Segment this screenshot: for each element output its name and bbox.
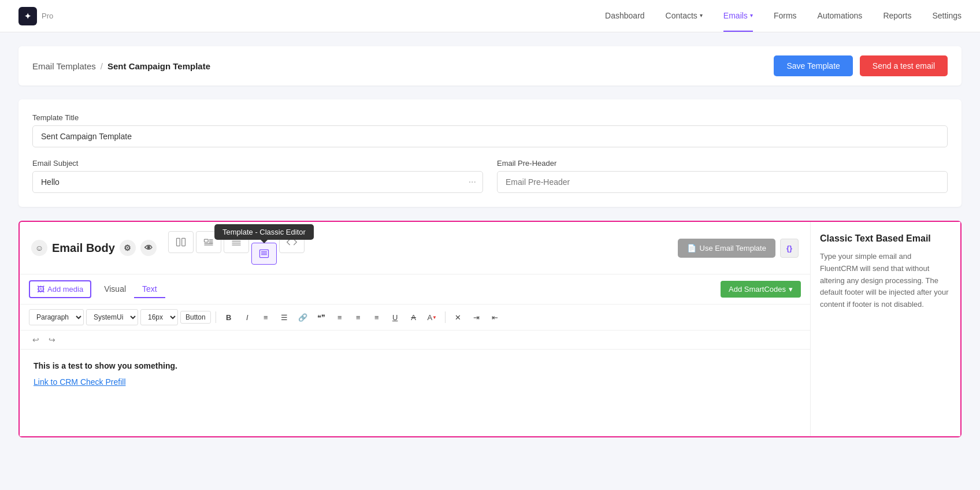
template-title-label: Template Title	[32, 113, 948, 122]
email-subject-group: Email Subject ···	[32, 159, 483, 193]
tab-visual[interactable]: Visual	[96, 281, 134, 298]
underline-button[interactable]: U	[387, 309, 403, 325]
nav-emails[interactable]: Emails ▾	[723, 1, 753, 32]
tooltip-classic-editor: Template - Classic Editor	[214, 224, 314, 240]
indent-button[interactable]: ⇥	[469, 309, 485, 325]
breadcrumb-parent[interactable]: Email Templates	[32, 61, 96, 71]
font-select[interactable]: SystemUi	[86, 309, 138, 325]
nav-reports[interactable]: Reports	[883, 1, 911, 32]
sidebar-title: Classic Text Based Email	[820, 233, 951, 244]
svg-rect-1	[182, 238, 185, 246]
editor-type-buttons: Template - Classic Editor	[168, 231, 305, 265]
preview-icon[interactable]: 👁	[140, 240, 157, 256]
link-button[interactable]: 🔗	[295, 309, 311, 325]
svg-rect-3	[204, 239, 208, 242]
unordered-list-button[interactable]: ☰	[276, 309, 292, 325]
bold-button[interactable]: B	[221, 309, 237, 325]
send-test-email-button[interactable]: Send a test email	[860, 55, 948, 76]
editor-type-text-columns-btn[interactable]	[168, 231, 194, 253]
button-format-btn[interactable]: Button	[180, 311, 211, 324]
page-container: Email Templates / Sent Campaign Template…	[0, 32, 980, 451]
italic-button[interactable]: I	[239, 309, 255, 325]
ordered-list-button[interactable]: ≡	[258, 309, 274, 325]
contacts-chevron-icon: ▾	[700, 12, 703, 18]
undo-button[interactable]: ↩	[29, 334, 43, 346]
clear-format-button[interactable]: ✕	[450, 309, 466, 325]
template-form: Template Title Email Subject ··· Email P…	[18, 99, 962, 207]
emails-chevron-icon: ▾	[750, 12, 753, 18]
editor-main: ☺ Email Body ⚙ 👁	[20, 222, 810, 436]
breadcrumb-current: Sent Campaign Template	[107, 61, 210, 71]
editor-body-text: This is a test to show you something.	[34, 361, 796, 370]
top-navigation: ✦ Pro Dashboard Contacts ▾ Emails ▾ Form…	[0, 0, 980, 32]
email-subject-wrapper: ···	[32, 171, 483, 193]
svg-rect-13	[259, 250, 268, 257]
nav-links: Dashboard Contacts ▾ Emails ▾ Forms Auto…	[605, 1, 962, 32]
align-right-button[interactable]: ≡	[369, 309, 385, 325]
template-icon: 📄	[687, 244, 696, 253]
editor-container: ☺ Email Body ⚙ 👁	[18, 221, 962, 437]
blockquote-button[interactable]: ❝❞	[313, 309, 329, 325]
editor-header-right: 📄 Use Email Template {}	[678, 239, 799, 258]
svg-rect-0	[176, 238, 180, 246]
strikethrough-button[interactable]: A	[406, 309, 422, 325]
undo-redo-bar: ↩ ↪	[20, 331, 810, 350]
email-preheader-group: Email Pre-Header	[497, 159, 948, 193]
logo-label: Pro	[42, 12, 53, 20]
email-body-header: ☺ Email Body ⚙ 👁	[20, 222, 810, 274]
add-media-button[interactable]: 🖼 Add media	[29, 280, 91, 298]
breadcrumb-separator: /	[101, 61, 103, 71]
sidebar-description: Type your simple email and FluentCRM wil…	[820, 251, 951, 311]
align-left-button[interactable]: ≡	[332, 309, 348, 325]
smartcodes-chevron-icon: ▾	[789, 285, 793, 294]
template-title-input[interactable]	[32, 125, 948, 147]
save-template-button[interactable]: Save Template	[774, 55, 852, 76]
outdent-button[interactable]: ⇤	[487, 309, 503, 325]
paragraph-select[interactable]: Paragraph	[29, 309, 84, 325]
align-center-button[interactable]: ≡	[350, 309, 366, 325]
text-color-button[interactable]: A▼	[424, 309, 440, 325]
page-header: Email Templates / Sent Campaign Template…	[18, 46, 962, 86]
editor-body-link[interactable]: Link to CRM Check Prefill	[34, 377, 126, 387]
emoji-icon[interactable]: ☺	[31, 240, 47, 256]
editor-tabs-row: 🖼 Add media Visual Text Add SmartCodes ▾	[20, 274, 810, 305]
editor-sidebar: Classic Text Based Email Type your simpl…	[810, 222, 960, 436]
nav-contacts[interactable]: Contacts ▾	[666, 1, 703, 32]
redo-button[interactable]: ↪	[45, 334, 59, 346]
add-smartcodes-button[interactable]: Add SmartCodes ▾	[721, 281, 801, 298]
form-row-subject-preheader: Email Subject ··· Email Pre-Header	[32, 159, 948, 193]
email-body-title: ☺ Email Body ⚙ 👁	[31, 240, 157, 256]
nav-automations[interactable]: Automations	[818, 1, 863, 32]
breadcrumb: Email Templates / Sent Campaign Template	[32, 61, 210, 71]
nav-forms[interactable]: Forms	[774, 1, 797, 32]
add-media-icon: 🖼	[37, 285, 44, 294]
font-size-select[interactable]: 16px	[140, 309, 178, 325]
editor-type-classic-btn[interactable]	[251, 243, 277, 265]
use-email-template-button[interactable]: 📄 Use Email Template	[678, 239, 775, 258]
settings-icon[interactable]: ⚙	[120, 240, 136, 256]
format-divider-1	[216, 311, 216, 323]
format-toolbar: Paragraph SystemUi 16px Button B I ≡ ☰ 🔗…	[20, 305, 810, 331]
classic-editor-tooltip-container: Template - Classic Editor	[251, 231, 277, 265]
app-logo: ✦ Pro	[18, 7, 53, 25]
email-subject-input[interactable]	[32, 171, 483, 193]
nav-dashboard[interactable]: Dashboard	[605, 1, 645, 32]
email-preheader-label: Email Pre-Header	[497, 159, 948, 168]
template-title-group: Template Title	[32, 113, 948, 147]
editor-body[interactable]: This is a test to show you something. Li…	[20, 350, 810, 436]
subject-options-icon[interactable]: ···	[469, 177, 476, 187]
tab-text[interactable]: Text	[134, 281, 165, 298]
smart-codes-braces-button[interactable]: {}	[780, 239, 799, 258]
header-actions: Save Template Send a test email	[774, 55, 948, 76]
format-divider-2	[445, 311, 446, 323]
email-preheader-input[interactable]	[497, 171, 948, 193]
nav-settings[interactable]: Settings	[932, 1, 962, 32]
email-subject-label: Email Subject	[32, 159, 483, 168]
logo-icon: ✦	[18, 7, 37, 25]
